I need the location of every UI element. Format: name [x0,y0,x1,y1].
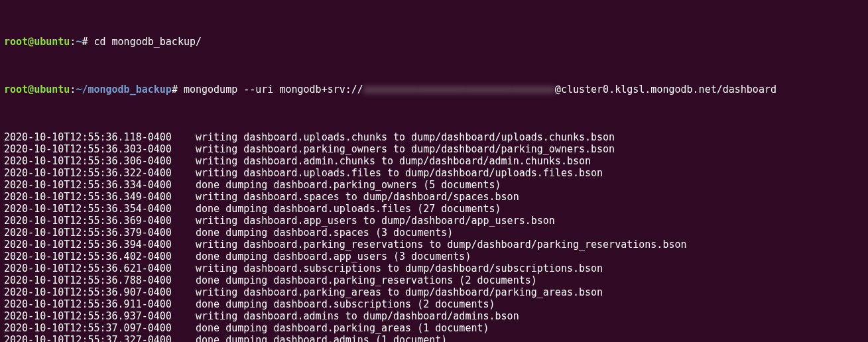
log-timestamp: 2020-10-10T12:55:36.937-0400 [4,310,172,322]
log-message: writing dashboard.parking_areas to dump/… [196,286,603,298]
log-message: done dumping dashboard.parking_reservati… [196,274,537,286]
log-timestamp: 2020-10-10T12:55:37.327-0400 [4,334,172,342]
log-line: 2020-10-10T12:55:36.369-0400 writing das… [4,215,864,227]
log-output: 2020-10-10T12:55:36.118-0400 writing das… [4,131,864,342]
command-text-part-a: mongodump --uri mongodb+srv:// [184,84,363,95]
log-timestamp: 2020-10-10T12:55:36.621-0400 [4,262,172,274]
log-timestamp: 2020-10-10T12:55:36.322-0400 [4,167,172,179]
log-timestamp: 2020-10-10T12:55:36.369-0400 [4,215,172,227]
terminal-window[interactable]: root@ubuntu:~# cd mongodb_backup/ root@u… [0,0,868,342]
log-line: 2020-10-10T12:55:37.097-0400 done dumpin… [4,322,864,334]
log-message: writing dashboard.spaces to dump/dashboa… [196,191,519,203]
log-message: writing dashboard.subscriptions to dump/… [196,262,603,274]
log-timestamp: 2020-10-10T12:55:36.402-0400 [4,251,172,262]
log-line: 2020-10-10T12:55:36.907-0400 writing das… [4,286,864,298]
log-timestamp: 2020-10-10T12:55:36.788-0400 [4,274,172,286]
log-message: done dumping dashboard.subscriptions (2 … [196,298,495,310]
log-timestamp: 2020-10-10T12:55:36.118-0400 [4,131,172,143]
redacted-credentials: xxxxxxxxxxxxxxxxxxxxxxxxxxxxxxxx [363,84,555,95]
log-timestamp: 2020-10-10T12:55:36.379-0400 [4,227,172,239]
log-timestamp: 2020-10-10T12:55:36.306-0400 [4,155,172,167]
log-message: writing dashboard.uploads.files to dump/… [196,167,603,179]
log-line: 2020-10-10T12:55:37.327-0400 done dumpin… [4,334,864,342]
log-message: writing dashboard.admins to dump/dashboa… [196,310,519,322]
log-message: writing dashboard.admin.chunks to dump/d… [196,155,591,167]
log-timestamp: 2020-10-10T12:55:36.303-0400 [4,143,172,155]
log-message: writing dashboard.parking_reservations t… [196,239,687,251]
log-line: 2020-10-10T12:55:36.118-0400 writing das… [4,131,864,143]
log-line: 2020-10-10T12:55:36.394-0400 writing das… [4,239,864,251]
log-message: writing dashboard.uploads.chunks to dump… [196,131,615,143]
log-message: done dumping dashboard.parking_owners (5… [196,179,501,191]
prompt-user-host: root@ubuntu [4,36,70,48]
log-timestamp: 2020-10-10T12:55:36.907-0400 [4,286,172,298]
log-timestamp: 2020-10-10T12:55:36.349-0400 [4,191,172,203]
log-line: 2020-10-10T12:55:36.322-0400 writing das… [4,167,864,179]
log-timestamp: 2020-10-10T12:55:36.334-0400 [4,179,172,191]
log-timestamp: 2020-10-10T12:55:36.354-0400 [4,203,172,215]
prompt-path: ~/mongodb_backup [76,84,172,95]
log-message: done dumping dashboard.parking_areas (1 … [196,322,489,334]
log-line: 2020-10-10T12:55:36.402-0400 done dumpin… [4,251,864,262]
log-line: 2020-10-10T12:55:36.379-0400 done dumpin… [4,227,864,239]
prompt-user-host: root@ubuntu [4,84,70,95]
log-line: 2020-10-10T12:55:36.911-0400 done dumpin… [4,298,864,310]
previous-prompt-line: root@ubuntu:~# cd mongodb_backup/ [4,36,864,48]
log-message: done dumping dashboard.app_users (3 docu… [196,251,471,262]
log-timestamp: 2020-10-10T12:55:36.911-0400 [4,298,172,310]
log-message: done dumping dashboard.uploads.files (27… [196,203,501,215]
log-line: 2020-10-10T12:55:36.788-0400 done dumpin… [4,274,864,286]
log-message: done dumping dashboard.admins (1 documen… [196,334,447,342]
log-message: writing dashboard.parking_owners to dump… [196,143,615,155]
log-message: writing dashboard.app_users to dump/dash… [196,215,555,227]
log-line: 2020-10-10T12:55:36.306-0400 writing das… [4,155,864,167]
log-timestamp: 2020-10-10T12:55:37.097-0400 [4,322,172,334]
log-line: 2020-10-10T12:55:36.334-0400 done dumpin… [4,179,864,191]
log-message: done dumping dashboard.spaces (3 documen… [196,227,453,239]
command-line: root@ubuntu:~/mongodb_backup# mongodump … [4,84,864,95]
log-line: 2020-10-10T12:55:36.937-0400 writing das… [4,310,864,322]
log-line: 2020-10-10T12:55:36.354-0400 done dumpin… [4,203,864,215]
log-timestamp: 2020-10-10T12:55:36.394-0400 [4,239,172,251]
log-line: 2020-10-10T12:55:36.621-0400 writing das… [4,262,864,274]
log-line: 2020-10-10T12:55:36.349-0400 writing das… [4,191,864,203]
command-text-part-b: @cluster0.klgsl.mongodb.net/dashboard [555,84,776,95]
log-line: 2020-10-10T12:55:36.303-0400 writing das… [4,143,864,155]
